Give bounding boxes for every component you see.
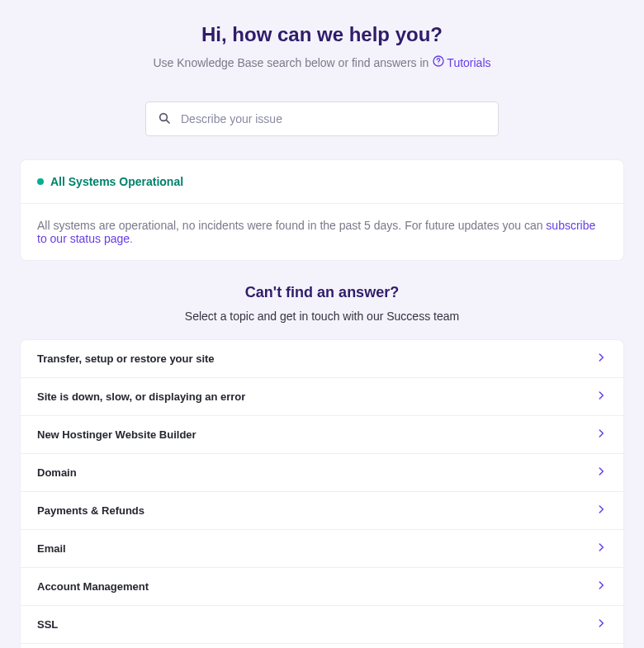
cant-find-title: Can't find an answer? [20, 284, 624, 301]
status-header: All Systems Operational [21, 160, 623, 204]
topic-label: Account Management [37, 580, 149, 593]
topic-item[interactable]: SSL [21, 606, 623, 644]
topic-item[interactable]: Site is down, slow, or displaying an err… [21, 378, 623, 416]
topic-item[interactable]: Transfer, setup or restore your site [21, 340, 623, 378]
topic-label: Transfer, setup or restore your site [37, 352, 215, 365]
subtitle-text: Use Knowledge Base search below or find … [153, 56, 429, 69]
question-circle-icon [432, 54, 445, 70]
topic-label: Domain [37, 466, 77, 479]
status-text: All systems are operational, no incident… [37, 219, 546, 232]
topic-label: Email [37, 542, 66, 555]
topic-item[interactable]: New Hostinger Website Builder [21, 416, 623, 454]
status-body: All systems are operational, no incident… [21, 204, 623, 260]
chevron-right-icon [595, 617, 607, 631]
topic-item[interactable]: Email [21, 530, 623, 568]
chevron-right-icon [595, 579, 607, 594]
topic-item[interactable]: Account Management [21, 568, 623, 606]
topic-list: Transfer, setup or restore your siteSite… [20, 339, 624, 648]
status-text-suffix: . [130, 232, 133, 245]
status-card: All Systems Operational All systems are … [20, 159, 624, 261]
help-header: Hi, how can we help you? Use Knowledge B… [20, 0, 624, 70]
topic-label: Site is down, slow, or displaying an err… [37, 390, 245, 403]
chevron-right-icon [595, 542, 607, 556]
topic-item[interactable]: Domain [21, 454, 623, 492]
cant-find-subtitle: Select a topic and get in touch with our… [20, 310, 624, 323]
status-title: All Systems Operational [50, 175, 183, 188]
page-subtitle: Use Knowledge Base search below or find … [20, 54, 624, 70]
chevron-right-icon [595, 352, 607, 366]
topic-label: Payments & Refunds [37, 504, 144, 517]
topic-item[interactable]: Virtual Private Server (VPS) [21, 644, 623, 648]
cant-find-header: Can't find an answer? Select a topic and… [20, 284, 624, 323]
page-title: Hi, how can we help you? [20, 23, 624, 46]
topic-item[interactable]: Payments & Refunds [21, 492, 623, 530]
chevron-right-icon [595, 466, 607, 480]
tutorials-label: Tutorials [447, 56, 490, 69]
tutorials-link[interactable]: Tutorials [432, 54, 490, 70]
search-input[interactable] [181, 112, 486, 125]
topic-label: New Hostinger Website Builder [37, 428, 197, 441]
chevron-right-icon [595, 428, 607, 442]
chevron-right-icon [595, 504, 607, 518]
search-box[interactable] [145, 102, 499, 136]
svg-point-1 [438, 64, 439, 64]
svg-line-3 [166, 120, 169, 123]
topic-label: SSL [37, 618, 58, 631]
search-icon [158, 111, 181, 127]
status-dot-icon [37, 178, 44, 185]
chevron-right-icon [595, 390, 607, 404]
